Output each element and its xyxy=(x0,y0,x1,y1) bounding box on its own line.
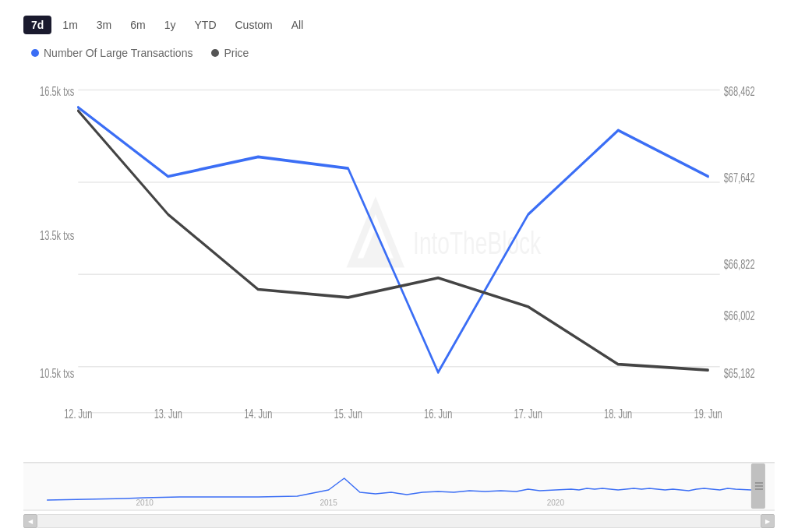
svg-text:19. Jun: 19. Jun xyxy=(694,407,722,421)
svg-text:15. Jun: 15. Jun xyxy=(334,407,362,421)
svg-text:IntoTheBlock: IntoTheBlock xyxy=(413,224,541,261)
svg-text:$66,822: $66,822 xyxy=(724,257,755,272)
chart-legend: Number Of Large Transactions Price xyxy=(23,47,775,59)
svg-text:10.5k txs: 10.5k txs xyxy=(40,366,74,381)
main-container: 7d 1m 3m 6m 1y YTD Custom All Number Of … xyxy=(0,0,798,532)
btn-custom[interactable]: Custom xyxy=(228,16,281,34)
legend-item-price: Price xyxy=(211,47,249,59)
svg-text:$65,182: $65,182 xyxy=(724,366,755,381)
legend-dot-price xyxy=(211,49,219,57)
btn-3m[interactable]: 3m xyxy=(89,16,119,34)
svg-text:2015: 2015 xyxy=(320,499,337,507)
svg-text:$66,002: $66,002 xyxy=(724,308,755,323)
btn-6m[interactable]: 6m xyxy=(122,16,153,34)
btn-1y[interactable]: 1y xyxy=(157,16,184,34)
mini-chart-svg: 2010 2015 2020 xyxy=(23,463,775,511)
scroll-left-arrow[interactable]: ◀ xyxy=(23,514,37,528)
svg-text:16.5k txs: 16.5k txs xyxy=(40,84,74,99)
legend-dot-transactions xyxy=(31,49,39,57)
svg-text:2010: 2010 xyxy=(136,499,154,507)
main-chart-area: 16.5k txs 13.5k txs 10.5k txs $68,462 $6… xyxy=(23,67,775,459)
legend-item-transactions: Number Of Large Transactions xyxy=(31,47,192,59)
svg-text:13.5k txs: 13.5k txs xyxy=(40,228,74,243)
time-range-selector: 7d 1m 3m 6m 1y YTD Custom All xyxy=(23,16,775,34)
scrollbar-track[interactable] xyxy=(37,514,761,528)
scroll-right-arrow[interactable]: ▶ xyxy=(761,514,775,528)
svg-text:2020: 2020 xyxy=(547,499,565,507)
svg-text:18. Jun: 18. Jun xyxy=(604,407,632,421)
btn-all[interactable]: All xyxy=(284,16,312,34)
svg-text:13. Jun: 13. Jun xyxy=(154,407,182,421)
legend-label-price: Price xyxy=(224,47,249,59)
mini-chart-area: 2010 2015 2020 ◀ ▶ xyxy=(23,462,775,524)
svg-text:14. Jun: 14. Jun xyxy=(244,407,272,421)
svg-text:12. Jun: 12. Jun xyxy=(64,407,92,421)
scrollbar-row: ◀ ▶ xyxy=(23,514,775,528)
btn-7d[interactable]: 7d xyxy=(23,16,51,34)
btn-ytd[interactable]: YTD xyxy=(187,16,224,34)
svg-text:$67,642: $67,642 xyxy=(724,171,755,185)
main-chart-svg: 16.5k txs 13.5k txs 10.5k txs $68,462 $6… xyxy=(23,67,775,459)
svg-text:17. Jun: 17. Jun xyxy=(514,407,542,421)
legend-label-transactions: Number Of Large Transactions xyxy=(44,47,192,59)
btn-1m[interactable]: 1m xyxy=(55,16,85,34)
svg-text:$68,462: $68,462 xyxy=(724,84,755,99)
svg-text:16. Jun: 16. Jun xyxy=(424,407,452,421)
